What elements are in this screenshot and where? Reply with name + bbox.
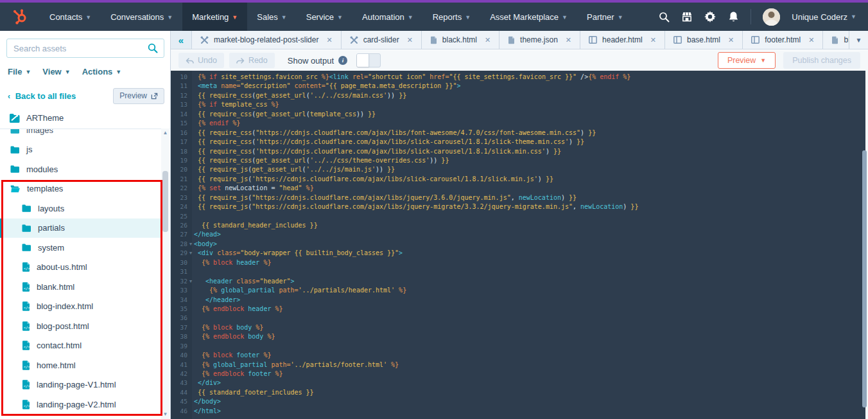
close-tab-icon[interactable]: ✕ [808,36,814,44]
scroll-down-arrow[interactable]: ▼ [161,410,169,419]
tree-item-system[interactable]: system [0,238,162,258]
tree-item-about-us-html[interactable]: </>about-us.html [0,258,162,278]
code-line-24[interactable]: 24 {{ require_js("https://cdnjs.cloudfla… [171,202,868,211]
code-line-13[interactable]: 13 {% if template_css %} [171,100,868,109]
user-avatar[interactable] [763,8,780,26]
code-line-42[interactable]: 42 {% endblock footer %} [171,370,868,379]
fold-caret-icon[interactable]: ▼ [187,277,194,286]
search-icon[interactable] [658,11,670,22]
nav-item-asset-marketplace[interactable]: Asset Marketplace▼ [480,3,577,31]
menu-file[interactable]: File▼ [8,67,31,76]
nav-item-partner[interactable]: Partner▼ [577,3,633,31]
code-line-22[interactable]: 22 {% set newLocation = "head" %} [171,184,868,193]
close-tab-icon[interactable]: ✕ [566,36,571,44]
editor-tab-base-html[interactable]: base.html✕ [665,31,743,49]
code-line-43[interactable]: 43 </div> [171,379,868,388]
code-editor[interactable]: 10 {% if site_settings.favicon_src %}<li… [171,71,868,419]
undo-button[interactable]: Undo [178,53,224,68]
code-line-17[interactable]: 17 {{ require_css('https://cdnjs.cloudfl… [171,138,868,147]
close-tab-icon[interactable]: ✕ [407,36,413,44]
collapse-sidebar-button[interactable]: « [171,31,192,49]
code-line-11[interactable]: 11 <meta name="description" content="{{ … [171,82,868,91]
nav-item-conversations[interactable]: Conversations▼ [101,3,182,31]
back-to-all-files-link[interactable]: ‹ Back to all files [8,91,76,101]
code-line-19[interactable]: 19 {{ require_css(get_asset_url('../../c… [171,156,868,165]
close-tab-icon[interactable]: ✕ [728,36,734,44]
code-line-40[interactable]: 40 {% block footer %} [171,351,868,360]
code-line-37[interactable]: 37 {% block body %} [171,323,868,332]
editor-tab-header-html[interactable]: header.html✕ [580,31,665,49]
editor-tab-black-html[interactable]: black.html✕ [422,31,499,49]
settings-gear-icon[interactable] [704,11,716,22]
close-tab-icon[interactable]: ✕ [485,36,490,44]
editor-tab-card-slider[interactable]: card-slider✕ [342,31,422,49]
code-line-33[interactable]: 33 {% global_partial path='../partials/h… [171,286,868,295]
nav-item-sales[interactable]: Sales▼ [247,3,296,31]
preview-button[interactable]: Preview ▼ [718,52,776,69]
code-line-34[interactable]: 34 </header> [171,296,868,305]
code-line-10[interactable]: 10 {% if site_settings.favicon_src %}<li… [171,73,868,82]
close-tab-icon[interactable]: ✕ [326,36,332,44]
tree-item-images[interactable]: images [0,129,162,140]
info-icon[interactable]: i [338,56,347,65]
show-output-toggle[interactable] [356,53,381,67]
code-line-12[interactable]: 12 {{ require_css(get_asset_url('../../c… [171,91,868,100]
code-line-30[interactable]: 30 {% block header %} [171,258,868,267]
code-line-16[interactable]: 16 {{ require_css("https://cdnjs.cloudfl… [171,129,868,138]
fold-caret-icon[interactable]: ▼ [187,240,194,249]
code-line-20[interactable]: 20 {{ require_js(get_asset_url('../../js… [171,165,868,174]
nav-item-contacts[interactable]: Contacts▼ [40,3,101,31]
code-line-29[interactable]: 29▼ <div class="body-wrapper {{ builtin_… [171,249,868,258]
code-line-35[interactable]: 35 {% endblock header %} [171,305,868,314]
publish-changes-button[interactable]: Publish changes [783,52,860,69]
nav-item-reports[interactable]: Reports▼ [423,3,480,31]
tree-item-landing-page-V2-html[interactable]: </>landing-page-V2.html [0,395,162,415]
tree-item-home-html[interactable]: </>home.html [0,355,162,375]
redo-button[interactable]: Redo [229,53,275,68]
code-line-18[interactable]: 18 {{ require_css('https://cdnjs.cloudfl… [171,147,868,156]
editor-tab-market-blog-related-post-slider[interactable]: market-blog-related-post-slider✕ [192,31,342,49]
tree-scrollbar-thumb[interactable] [162,171,168,232]
marketplace-icon[interactable] [681,11,693,22]
scroll-up-arrow[interactable]: ▲ [161,129,169,138]
tree-item-landing-page-V1-html[interactable]: </>landing-page-V1.html [0,375,162,395]
menu-actions[interactable]: Actions▼ [82,67,122,76]
hubspot-logo-icon[interactable] [0,3,40,31]
close-tab-icon[interactable]: ✕ [650,36,656,44]
code-line-41[interactable]: 41 {% global_partial path='../partials/f… [171,361,868,370]
code-line-25[interactable]: 25 [171,212,868,221]
tree-item-blank-html[interactable]: </>blank.html [0,277,162,297]
editor-scrollbar-thumb[interactable] [862,150,867,407]
code-line-45[interactable]: 45</body> [171,397,868,406]
tab-overflow-button[interactable]: ▼ [849,31,868,49]
tree-item-contact-html[interactable]: </>contact.html [0,336,162,356]
tree-item-modules[interactable]: modules [0,159,162,179]
tree-item-js[interactable]: js [0,140,162,160]
nav-item-automation[interactable]: Automation▼ [352,3,423,31]
code-line-15[interactable]: 15 {% endif %} [171,119,868,128]
nav-item-marketing[interactable]: Marketing▼ [182,3,247,31]
code-line-14[interactable]: 14 {{ require_css(get_asset_url(template… [171,110,868,119]
user-menu[interactable]: Unique Coderz ▼ [792,12,856,22]
search-assets-input[interactable] [6,39,164,58]
code-line-26[interactable]: 26 {{ standard_header_includes }} [171,221,868,230]
editor-tab-theme-json[interactable]: theme.json✕ [499,31,580,49]
sidebar-preview-button[interactable]: Preview [113,88,164,104]
code-line-46[interactable]: 46</html> [171,407,868,416]
fold-caret-icon[interactable]: ▼ [187,249,194,258]
tree-item-partials[interactable]: partials [0,218,162,238]
menu-view[interactable]: View▼ [42,67,70,76]
code-line-28[interactable]: 28▼<body> [171,240,868,249]
code-line-31[interactable]: 31 [171,267,868,276]
code-line-38[interactable]: 38 {% endblock body %} [171,332,868,341]
code-line-39[interactable]: 39 [171,342,868,351]
tree-item-templates[interactable]: templates [0,179,162,199]
tree-item-blog-post-html[interactable]: </>blog-post.html [0,316,162,336]
code-line-27[interactable]: 27</head> [171,230,868,239]
code-line-44[interactable]: 44 {{ standard_footer_includes }} [171,388,868,397]
tree-scrollbar[interactable]: ▲ ▼ [161,129,169,419]
code-line-23[interactable]: 23 {{ require_js("https://cdnjs.cloudfla… [171,193,868,202]
search-assets-icon[interactable] [148,43,158,56]
tree-item-layouts[interactable]: layouts [0,199,162,218]
code-line-21[interactable]: 21 {{ require_js('https://cdnjs.cloudfla… [171,175,868,184]
